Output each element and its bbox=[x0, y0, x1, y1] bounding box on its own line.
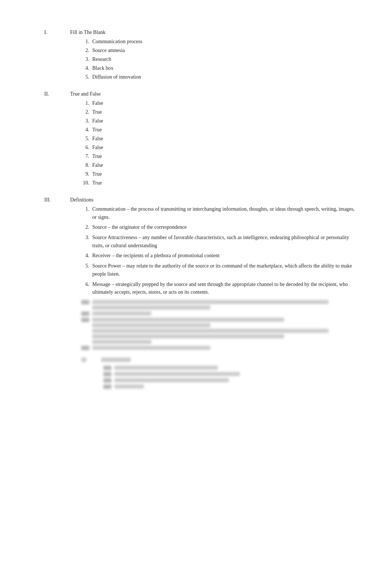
def-definition: the process of transmitting or interchan… bbox=[92, 206, 355, 220]
list-item: 2. Source amnesia bbox=[81, 46, 355, 54]
def-num: 1. bbox=[81, 205, 89, 221]
list-text: False bbox=[92, 135, 103, 142]
def-definition: strategically prepped by the source and … bbox=[92, 282, 348, 295]
list-item: 7. True bbox=[81, 152, 355, 160]
list-item: 2. True bbox=[81, 108, 355, 116]
blurred-section-4 bbox=[81, 358, 355, 389]
blurred-num bbox=[81, 300, 89, 304]
list-item: 3. False bbox=[81, 117, 355, 125]
blurred-item bbox=[81, 300, 355, 310]
def-text: Source Power – may relate to the authori… bbox=[92, 262, 355, 278]
blurred-num bbox=[103, 366, 111, 370]
list-num: 4. bbox=[81, 126, 89, 134]
list-item: 4. True bbox=[81, 126, 355, 134]
list-num: 2. bbox=[81, 108, 89, 116]
def-term: Receiver bbox=[92, 253, 111, 258]
def-definition: may relate to the authority of the sourc… bbox=[92, 263, 352, 277]
def-item-1: 1. Communication – the process of transm… bbox=[81, 205, 355, 221]
def-text: Source – the originator of the correspon… bbox=[92, 223, 355, 231]
section-3: III. Definitions 1. Communication – the … bbox=[44, 197, 355, 389]
roman-1: I. bbox=[44, 30, 55, 35]
list-text: False bbox=[92, 117, 103, 125]
section-3-list: 1. Communication – the process of transm… bbox=[81, 205, 355, 296]
section-1-list: 1. Communication process 2. Source amnes… bbox=[81, 38, 355, 81]
list-num: 7. bbox=[81, 152, 89, 160]
blurred-num bbox=[103, 384, 111, 389]
list-num: 5. bbox=[81, 73, 89, 81]
def-num: 2. bbox=[81, 223, 89, 231]
blurred-num bbox=[81, 346, 89, 350]
roman-3: III. bbox=[44, 197, 55, 203]
list-item: 6. False bbox=[81, 144, 355, 151]
blurred-content bbox=[81, 300, 355, 389]
blurred-num bbox=[81, 311, 89, 316]
list-text: Research bbox=[92, 55, 111, 63]
list-num: 3. bbox=[81, 55, 89, 63]
def-term: Source Attractiveness bbox=[92, 235, 137, 240]
blurred-block-1 bbox=[81, 300, 355, 350]
list-item: 5. False bbox=[81, 135, 355, 142]
def-dash: – bbox=[110, 282, 116, 287]
def-definition: the recipients of a plethora of promotio… bbox=[116, 253, 220, 258]
def-text: Source Attractiveness – any number of fa… bbox=[92, 234, 355, 249]
def-term: Communication bbox=[92, 206, 125, 212]
list-text: False bbox=[92, 161, 103, 169]
blurred-item bbox=[81, 311, 355, 316]
list-num: 1. bbox=[81, 38, 89, 45]
list-text: Black box bbox=[92, 64, 113, 72]
list-num: 8. bbox=[81, 161, 89, 169]
blurred-item bbox=[103, 366, 355, 370]
blurred-num bbox=[81, 318, 89, 322]
def-num: 4. bbox=[81, 252, 89, 260]
def-item-4: 4. Receiver – the recipients of a pletho… bbox=[81, 252, 355, 260]
def-dash: – bbox=[111, 253, 116, 258]
list-text: True bbox=[92, 152, 102, 160]
list-num: 9. bbox=[81, 170, 89, 178]
list-item: 5. Diffusion of innovation bbox=[81, 73, 355, 81]
list-num: 1. bbox=[81, 99, 89, 107]
def-num: 5. bbox=[81, 262, 89, 278]
list-num: 3. bbox=[81, 117, 89, 125]
list-item: 4. Black box bbox=[81, 64, 355, 72]
section-1: I. Fill in The Blank 1. Communication pr… bbox=[44, 30, 355, 81]
def-item-5: 5. Source Power – may relate to the auth… bbox=[81, 262, 355, 278]
blurred-num bbox=[103, 378, 111, 383]
def-definition: the originator of the correspondence bbox=[112, 224, 187, 230]
list-item: 9. True bbox=[81, 170, 355, 178]
def-text: Receiver – the recipients of a plethora … bbox=[92, 252, 355, 260]
list-num: 10. bbox=[81, 179, 89, 187]
list-item: 3. Research bbox=[81, 55, 355, 63]
def-dash: – bbox=[137, 235, 142, 240]
def-item-3: 3. Source Attractiveness – any number of… bbox=[81, 234, 355, 249]
section-2-list: 1. False 2. True 3. False 4. True 5. Fal… bbox=[81, 99, 355, 187]
def-dash: – bbox=[107, 224, 112, 230]
blurred-item bbox=[103, 384, 355, 389]
def-dash: – bbox=[121, 263, 126, 269]
list-item: 1. Communication process bbox=[81, 38, 355, 45]
def-term: Source bbox=[92, 224, 107, 230]
list-num: 5. bbox=[81, 135, 89, 142]
section-2-title: True and False bbox=[70, 91, 101, 97]
list-item: 1. False bbox=[81, 99, 355, 107]
list-item: 10. True bbox=[81, 179, 355, 187]
list-text: False bbox=[92, 99, 103, 107]
section-2: II. True and False 1. False 2. True 3. F… bbox=[44, 91, 355, 187]
list-text: True bbox=[92, 170, 102, 178]
list-text: False bbox=[92, 144, 103, 151]
list-num: 6. bbox=[81, 144, 89, 151]
list-text: True bbox=[92, 179, 102, 187]
list-num: 2. bbox=[81, 46, 89, 54]
def-item-2: 2. Source – the originator of the corres… bbox=[81, 223, 355, 231]
blurred-item bbox=[81, 346, 355, 350]
list-text: Communication process bbox=[92, 38, 142, 45]
def-item-6: 6. Message – strategically prepped by th… bbox=[81, 280, 355, 296]
blurred-item bbox=[103, 372, 355, 376]
def-dash: – bbox=[125, 206, 131, 212]
roman-2: II. bbox=[44, 91, 55, 97]
def-text: Communication – the process of transmitt… bbox=[92, 205, 355, 221]
def-term: Source Power bbox=[92, 263, 121, 269]
blurred-item bbox=[81, 318, 355, 344]
section-3-title: Definitions bbox=[70, 197, 93, 203]
list-item: 8. False bbox=[81, 161, 355, 169]
section-1-title: Fill in The Blank bbox=[70, 30, 106, 35]
